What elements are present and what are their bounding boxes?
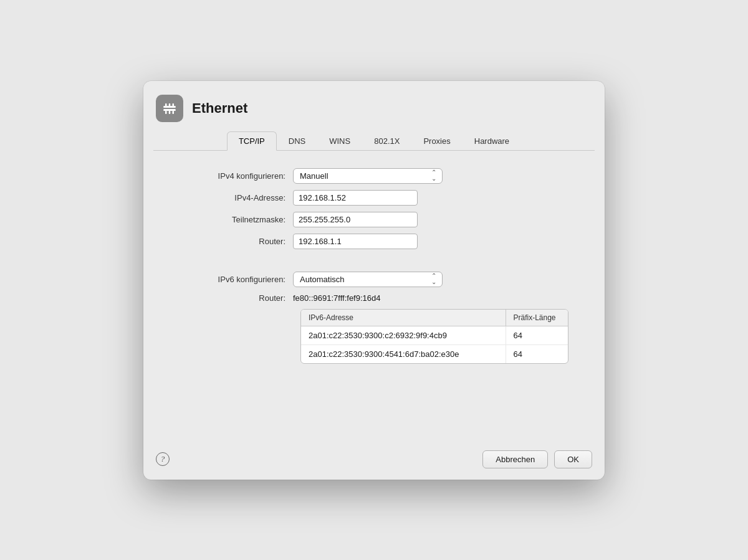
- router-input[interactable]: [293, 234, 418, 249]
- table-header-prefix: Präfix-Länge: [506, 310, 568, 326]
- tab-hardware[interactable]: Hardware: [463, 131, 521, 151]
- ipv4-configure-select-wrapper: Manuell Automatisch (DHCP) Nur DHCP-Adre…: [293, 168, 443, 184]
- ipv6-section: IPv6 konfigurieren: Automatisch Manuell …: [168, 272, 580, 364]
- tabs-bar: TCP/IP DNS WINS 802.1X Proxies Hardware: [153, 131, 595, 151]
- ipv6-address-cell: 2a01:c22:3530:9300:c2:6932:9f9:4cb9: [301, 326, 506, 344]
- ipv6-router-value: fe80::9691:7fff:fef9:16d4: [293, 293, 380, 303]
- ok-button[interactable]: OK: [554, 450, 592, 468]
- svg-rect-6: [169, 111, 171, 114]
- svg-rect-3: [169, 103, 171, 107]
- ipv4-address-label: IPv4-Adresse:: [168, 193, 293, 202]
- ipv6-address-cell: 2a01:c22:3530:9300:4541:6d7:ba02:e30e: [301, 344, 506, 363]
- dialog-header: Ethernet: [143, 81, 605, 131]
- ipv4-address-row: IPv4-Adresse:: [168, 190, 580, 206]
- ipv6-router-row: Router: fe80::9691:7fff:fef9:16d4: [168, 293, 580, 303]
- ipv4-section: IPv4 konfigurieren: Manuell Automatisch …: [168, 168, 580, 249]
- ipv4-configure-label: IPv4 konfigurieren:: [168, 171, 293, 181]
- tab-proxies[interactable]: Proxies: [411, 131, 462, 151]
- tab-dns[interactable]: DNS: [277, 131, 317, 151]
- svg-rect-5: [165, 111, 167, 114]
- ipv6-configure-label: IPv6 konfigurieren:: [168, 275, 293, 284]
- subnet-label: Teilnetzmaske:: [168, 215, 293, 224]
- table-row: 2a01:c22:3530:9300:4541:6d7:ba02:e30e64: [301, 344, 568, 363]
- tab-8021x[interactable]: 802.1X: [362, 131, 411, 151]
- svg-rect-1: [163, 109, 176, 111]
- subnet-input[interactable]: [293, 212, 418, 227]
- ipv4-configure-row: IPv4 konfigurieren: Manuell Automatisch …: [168, 168, 580, 184]
- prefix-length-cell: 64: [506, 326, 568, 344]
- table-header-address: IPv6-Adresse: [301, 310, 506, 326]
- help-button[interactable]: ?: [156, 452, 170, 466]
- ethernet-dialog: Ethernet TCP/IP DNS WINS 802.1X Proxies …: [143, 81, 605, 480]
- table-row: 2a01:c22:3530:9300:c2:6932:9f9:4cb964: [301, 326, 568, 344]
- ipv4-configure-select[interactable]: Manuell Automatisch (DHCP) Nur DHCP-Adre…: [293, 168, 443, 184]
- dialog-content: IPv4 konfigurieren: Manuell Automatisch …: [143, 151, 605, 443]
- dialog-footer: ? Abbrechen OK: [143, 443, 605, 480]
- ipv6-configure-select-wrapper: Automatisch Manuell Nur Lokal Aus ⌃⌄: [293, 272, 443, 287]
- svg-rect-7: [173, 111, 175, 114]
- ipv4-address-input[interactable]: [293, 190, 418, 206]
- prefix-length-cell: 64: [506, 344, 568, 363]
- ethernet-icon: [156, 95, 183, 122]
- ipv6-configure-select[interactable]: Automatisch Manuell Nur Lokal Aus: [293, 272, 443, 287]
- tab-tcpip[interactable]: TCP/IP: [227, 131, 277, 151]
- subnet-row: Teilnetzmaske:: [168, 212, 580, 227]
- tab-wins[interactable]: WINS: [317, 131, 362, 151]
- dialog-title: Ethernet: [192, 100, 247, 116]
- ipv6-address-table-container: IPv6-Adresse Präfix-Länge 2a01:c22:3530:…: [300, 309, 568, 364]
- router-label: Router:: [168, 237, 293, 246]
- router-row: Router:: [168, 234, 580, 249]
- svg-rect-4: [173, 103, 175, 107]
- ipv6-router-label: Router:: [168, 293, 293, 303]
- svg-rect-2: [165, 103, 167, 107]
- cancel-button[interactable]: Abbrechen: [482, 450, 548, 468]
- ipv6-address-table: IPv6-Adresse Präfix-Länge 2a01:c22:3530:…: [301, 310, 568, 363]
- ipv6-configure-row: IPv6 konfigurieren: Automatisch Manuell …: [168, 272, 580, 287]
- footer-actions: Abbrechen OK: [482, 450, 592, 468]
